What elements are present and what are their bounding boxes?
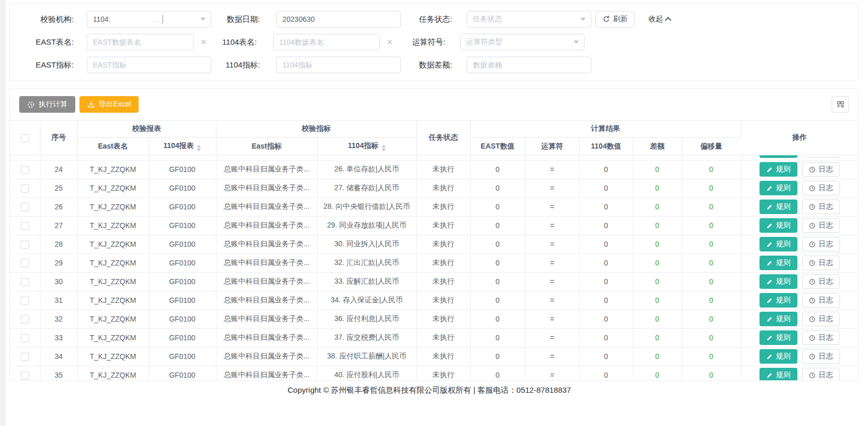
rule-button[interactable]: 规则 <box>760 330 797 345</box>
refresh-button[interactable]: 刷新 <box>595 11 635 28</box>
rule-button[interactable]: 规则 <box>760 162 797 177</box>
rule-button[interactable]: 规则 <box>760 256 797 270</box>
cell-east-table: T_KJ_ZZQKM <box>77 366 148 380</box>
diff-input[interactable] <box>467 57 591 73</box>
table-row: 35 T_KJ_ZZQKM GF0100 总账中科目归属业务子类... 40. … <box>10 366 858 380</box>
cell-east-value: 0 <box>470 366 525 380</box>
east-indicator-input[interactable] <box>87 57 211 73</box>
column-settings-button[interactable] <box>832 96 849 113</box>
header-offset: 偏移量 <box>682 138 741 155</box>
table-row: 29 T_KJ_ZZQKM GF0100 总账中科目归属业务子类... 32. … <box>10 254 858 272</box>
row-checkbox[interactable] <box>21 278 29 286</box>
rule-button[interactable]: 规则 <box>760 349 797 364</box>
row-checkbox[interactable] <box>21 371 29 380</box>
cell-operator: = <box>525 291 579 310</box>
cell-task-status: 未执行 <box>416 328 470 347</box>
row-checkbox[interactable] <box>21 353 29 361</box>
rule-button[interactable]: 规则 <box>760 312 797 326</box>
clock-icon <box>809 204 816 210</box>
cell-offset: 0 <box>682 272 741 291</box>
rule-button[interactable]: 规则 <box>760 293 797 308</box>
cell-diff: 0 <box>633 272 682 291</box>
log-button[interactable]: 日志 <box>802 368 840 380</box>
rule-button[interactable]: 规则 <box>760 199 797 214</box>
cell-offset: 0 <box>682 366 741 380</box>
clock-icon <box>809 316 816 323</box>
log-button[interactable]: 日志 <box>802 312 840 326</box>
log-button[interactable]: 日志 <box>802 274 840 289</box>
cell-1104-value: 0 <box>579 328 633 347</box>
cell-diff: 0 <box>633 197 682 216</box>
clock-icon <box>809 241 816 248</box>
table-row: 28 T_KJ_ZZQKM GF0100 总账中科目归属业务子类... 30. … <box>10 235 858 254</box>
cell-task-status: 未执行 <box>416 179 470 197</box>
sort-toggle[interactable] <box>382 145 386 151</box>
header-group-indicator: 校验指标 <box>216 121 416 138</box>
cell-east-indicator: 总账中科目归属业务子类... <box>216 366 317 380</box>
cell-diff: 0 <box>633 366 682 380</box>
cell-east-table: T_KJ_ZZQKM <box>77 291 148 310</box>
operator-select[interactable]: 运算符类型 <box>460 34 585 50</box>
rule-button[interactable]: 规则 <box>760 218 797 233</box>
header-east-indicator: East指标 <box>216 138 317 155</box>
log-button[interactable]: 日志 <box>802 181 840 195</box>
cell-east-table: T_KJ_ZZQKM <box>77 254 148 272</box>
org-select[interactable]: 1104: … <box>87 11 211 28</box>
log-button[interactable]: 日志 <box>802 162 840 177</box>
row-checkbox[interactable] <box>21 259 29 268</box>
rule-button[interactable]: 规则 <box>760 181 797 195</box>
rule-button[interactable]: 规则 <box>760 274 797 289</box>
export-excel-button[interactable]: 导出Excel <box>79 96 139 113</box>
date-input[interactable] <box>276 11 401 28</box>
pencil-icon <box>766 241 773 248</box>
clear-icon[interactable]: × <box>387 34 393 50</box>
row-checkbox[interactable] <box>21 166 29 174</box>
cell-east-table: T_KJ_ZZQKM <box>77 216 148 235</box>
log-button[interactable]: 日志 <box>802 218 840 233</box>
rule-button[interactable]: 规则 <box>760 237 797 251</box>
clock-icon <box>809 260 816 267</box>
log-button[interactable]: 日志 <box>802 155 840 158</box>
log-button[interactable]: 日志 <box>802 349 840 364</box>
chevron-down-icon <box>580 18 586 21</box>
log-button[interactable]: 日志 <box>802 330 840 345</box>
cell-diff: 0 <box>633 254 682 272</box>
task-status-select[interactable]: 任务状态 <box>467 11 591 28</box>
row-checkbox[interactable] <box>21 297 29 305</box>
log-button[interactable]: 日志 <box>802 293 840 308</box>
cell-1104-report: GF0100 <box>148 197 216 216</box>
row-checkbox[interactable] <box>21 334 29 342</box>
refresh-label: 刷新 <box>613 15 628 24</box>
east-table-input[interactable] <box>87 34 194 50</box>
row-checkbox[interactable] <box>21 241 29 249</box>
export-label: 导出Excel <box>99 100 131 109</box>
cell-east-indicator: 总账中科目归属业务子类... <box>216 328 317 347</box>
rule-button[interactable]: 规则 <box>760 368 797 380</box>
cell-operator: = <box>525 328 579 347</box>
t1104-table-input[interactable] <box>273 34 380 50</box>
row-checkbox[interactable] <box>21 315 29 324</box>
sort-toggle[interactable] <box>197 145 201 151</box>
cell-diff: 0 <box>633 328 682 347</box>
log-button[interactable]: 日志 <box>802 199 840 214</box>
execute-button[interactable]: 执行计算 <box>19 96 75 113</box>
cell-1104-indicator: 28. 向中央银行借款|人民币 <box>317 197 416 216</box>
row-checkbox[interactable] <box>21 222 29 230</box>
row-checkbox[interactable] <box>21 184 29 193</box>
clear-icon[interactable]: × <box>201 34 207 50</box>
row-checkbox[interactable] <box>21 203 29 211</box>
select-all-checkbox[interactable] <box>21 134 29 142</box>
cell-1104-report: GF0100 <box>148 291 216 310</box>
cell-east-value: 0 <box>470 272 525 291</box>
t1104-indicator-input[interactable] <box>276 57 401 73</box>
log-button[interactable]: 日志 <box>802 256 840 270</box>
rule-button[interactable]: 规则 <box>760 155 797 158</box>
collapse-toggle[interactable]: 收起 <box>648 15 671 24</box>
cell-operator: = <box>525 366 579 380</box>
log-button[interactable]: 日志 <box>802 237 840 251</box>
cell-1104-value: 0 <box>579 291 633 310</box>
cell-task-status <box>416 155 470 160</box>
clock-icon <box>809 222 816 229</box>
table-body-scroll-area[interactable]: 规则 日志 24 T_KJ_ZZQKM GF0100 总账中科目归属业务子类..… <box>10 155 858 380</box>
cell-1104-value: 0 <box>579 216 633 235</box>
